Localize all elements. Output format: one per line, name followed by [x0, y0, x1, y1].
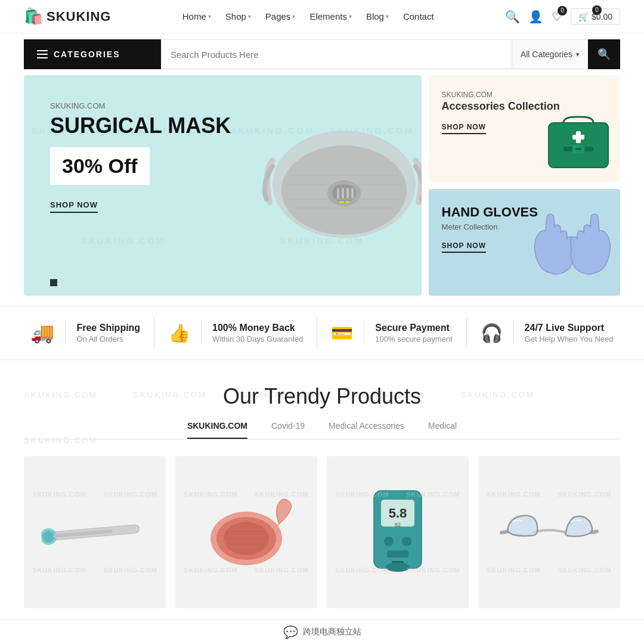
feature-moneyback: 👍 100% Money Back Within 30 Days Guarant…	[168, 321, 303, 345]
feature-shipping: 🚚 Free Shipping On All Orders	[30, 321, 140, 345]
banner-discount: 30% Off	[62, 154, 138, 177]
nav-blog[interactable]: Blog▾	[366, 11, 389, 21]
svg-rect-20	[575, 148, 581, 150]
banner-title: SURGICAL MASK	[50, 114, 395, 138]
categories-label: CATEGORIES	[54, 49, 120, 59]
feature-divider-1	[154, 318, 154, 348]
features-bar: 🚚 Free Shipping On All Orders 👍 100% Mon…	[0, 305, 644, 360]
support-icon: 🎧	[481, 323, 503, 343]
gloves-cta[interactable]: SHOP NOW	[442, 242, 486, 253]
products-grid: SKUKING.COM SKUKING.COM SKUKING.COM SKUK…	[24, 456, 620, 608]
feature-divider-3	[466, 318, 467, 348]
gloves-banner: HAND GLOVES Meter Collection SHOP NOW	[429, 189, 620, 296]
logo-icon: 🛍️	[24, 7, 43, 26]
payment-icon: 💳	[331, 323, 353, 343]
banner-cta[interactable]: SHOP NOW	[50, 200, 98, 213]
product-card-glucose[interactable]: SKUKING.COM SKUKING.COM SKUKING.COM SKUK…	[327, 456, 469, 608]
banner-tag: SKUKING.COM	[50, 101, 395, 110]
wechat-icon: 💬	[283, 625, 298, 639]
tab-skuking[interactable]: SKUKING.COM	[187, 421, 247, 439]
accessories-title: Accessories Collection	[442, 100, 607, 113]
support-title: 24/7 Live Support	[525, 323, 614, 333]
svg-point-42	[386, 562, 410, 572]
svg-text:5.8: 5.8	[389, 506, 407, 521]
nav-shop[interactable]: Shop▾	[225, 11, 251, 21]
accessories-cta[interactable]: SHOP NOW	[442, 123, 486, 134]
tab-covid19[interactable]: Covid-19	[271, 421, 305, 439]
search-input[interactable]	[161, 49, 512, 60]
gloves-title: HAND GLOVES	[442, 205, 607, 220]
svg-rect-40	[387, 550, 408, 558]
categories-button[interactable]: CATEGORIES	[24, 39, 161, 69]
nav-home[interactable]: Home▾	[182, 11, 211, 21]
svg-point-39	[402, 537, 411, 546]
cart-icon: 🛒	[578, 12, 589, 21]
banner-section: SKUKING.COM SKUKING.COM SKUKING.COM SKUK…	[0, 75, 644, 305]
search-submit-button[interactable]: 🔍	[588, 39, 620, 69]
wishlist-badge: 0	[558, 6, 567, 16]
moneyback-subtitle: Within 30 Days Guaranted	[212, 335, 303, 343]
dropdown-chevron: ▾	[576, 51, 580, 58]
hamburger-icon	[37, 50, 48, 58]
cart-button[interactable]: 🛒 0 $0.00	[571, 8, 620, 25]
search-input-wrap	[161, 39, 512, 69]
nav-pages[interactable]: Pages▾	[265, 11, 296, 21]
cart-badge: 0	[592, 5, 602, 15]
logo-text: SKUKING	[47, 9, 111, 24]
payment-title: Secure Payment	[375, 323, 452, 333]
search-icon-button[interactable]: 🔍	[505, 10, 520, 24]
bottom-watermark-bar: 💬 跨境电商独立站	[0, 620, 644, 644]
products-heading: Our Trendy Products	[24, 384, 620, 409]
moneyback-icon: 👍	[168, 323, 190, 343]
products-section: SKUKING.COM SKUKING.COM SKUKING.COM SKUK…	[0, 366, 644, 632]
banner-dot-indicator	[50, 279, 57, 286]
user-icon-button[interactable]: 👤	[528, 10, 543, 24]
svg-point-38	[384, 537, 394, 546]
accessories-banner: SKUKING.COM Accessories Collection SHOP …	[429, 75, 620, 182]
feature-divider-2	[317, 318, 317, 348]
search-submit-icon: 🔍	[597, 48, 611, 61]
product-card-thermometer[interactable]: SKUKING.COM SKUKING.COM SKUKING.COM SKUK…	[24, 456, 166, 608]
gloves-subtitle: Meter Collection	[442, 222, 607, 231]
header-icons: 🔍 👤 ♡ 0 🛒 0 $0.00	[505, 8, 620, 25]
banner-discount-box: 30% Off	[50, 147, 150, 185]
tab-medical-accessories[interactable]: Medical Accessories	[329, 421, 404, 439]
category-dropdown[interactable]: All Categories ▾	[512, 39, 588, 69]
search-bar-row: CATEGORIES All Categories ▾ 🔍	[0, 39, 644, 69]
logo[interactable]: 🛍️ SKUKING	[24, 7, 111, 26]
side-banners: SKUKING.COM Accessories Collection SHOP …	[429, 75, 620, 296]
product-card-goggles[interactable]: SKUKING.COM SKUKING.COM SKUKING.COM SKUK…	[478, 456, 620, 608]
shipping-title: Free Shipping	[76, 323, 140, 333]
bottom-bar-text: 跨境电商独立站	[303, 627, 361, 637]
feature-support: 🎧 24/7 Live Support Get Help When You Ne…	[481, 321, 614, 345]
main-banner: SKUKING.COM SKUKING.COM SKUKING.COM SKUK…	[24, 75, 422, 296]
nav-elements[interactable]: Elements▾	[309, 11, 352, 21]
header: 🛍️ SKUKING Home▾ Shop▾ Pages▾ Elements▾ …	[0, 0, 644, 33]
feature-payment: 💳 Secure Payment 100% secure payment	[331, 321, 452, 345]
accessories-subtitle: SKUKING.COM	[442, 91, 607, 99]
main-nav: Home▾ Shop▾ Pages▾ Elements▾ Blog▾ Conta…	[182, 11, 434, 21]
support-subtitle: Get Help When You Need	[525, 335, 614, 343]
svg-text:82: 82	[395, 522, 401, 528]
products-tabs: SKUKING.COM Covid-19 Medical Accessories…	[24, 421, 620, 439]
tab-medical[interactable]: Medical	[428, 421, 457, 439]
shipping-subtitle: On All Orders	[76, 335, 140, 343]
nav-contact[interactable]: Contact	[403, 11, 434, 21]
payment-subtitle: 100% secure payment	[375, 335, 452, 343]
svg-point-28	[224, 522, 269, 555]
all-categories-label: All Categories	[521, 49, 572, 59]
moneyback-title: 100% Money Back	[212, 323, 303, 333]
wishlist-button[interactable]: ♡ 0	[552, 10, 562, 24]
product-card-bandage[interactable]: SKUKING.COM SKUKING.COM SKUKING.COM SKUK…	[175, 456, 317, 608]
shipping-icon: 🚚	[30, 321, 54, 344]
